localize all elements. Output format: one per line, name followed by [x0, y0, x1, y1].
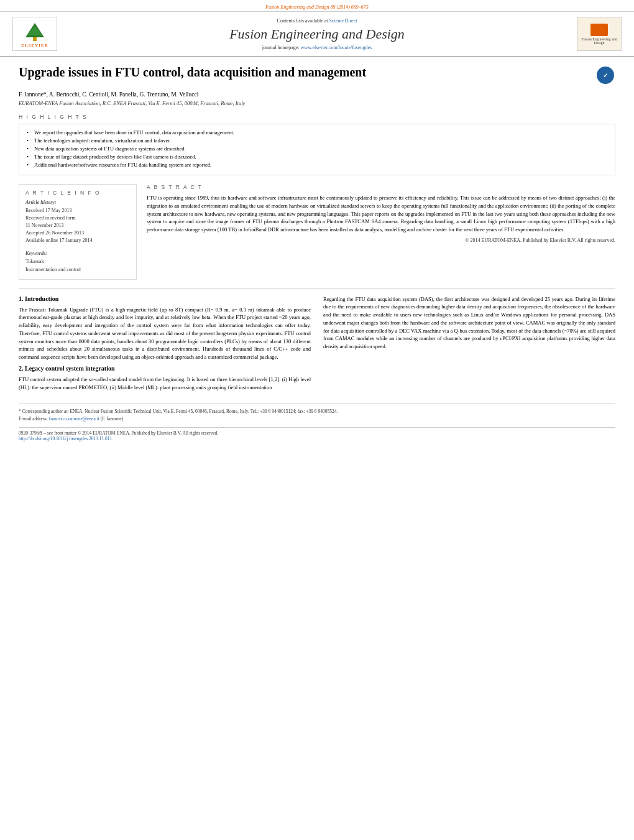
section-divider: [19, 288, 615, 289]
bottom-doi: http://dx.doi.org/10.1016/j.fusengdes.20…: [19, 436, 615, 441]
header-right-logo: Fusion Engineering and Design: [574, 17, 624, 51]
journal-title: Fusion Engineering and Design: [66, 26, 568, 42]
doi-link[interactable]: http://dx.doi.org/10.1016/j.fusengdes.20…: [19, 436, 112, 441]
footnote-text: * Corresponding author at: ENEA, Nuclear…: [19, 408, 615, 422]
body-right-col: Regarding the FTU data acquisition syste…: [323, 295, 615, 395]
received-date: Received 17 May 2013: [25, 207, 130, 215]
keywords-label: Keywords:: [25, 251, 130, 256]
footnote-star-note: * Corresponding author at: ENEA, Nuclear…: [19, 408, 338, 414]
highlights-label: H I G H L I G H T S: [19, 114, 615, 120]
highlight-item: We report the upgrades that have been do…: [27, 129, 607, 136]
article-abstract-row: A R T I C L E I N F O Article history: R…: [19, 184, 615, 280]
journal-logo-icon: [590, 24, 608, 36]
abstract-label: A B S T R A C T: [147, 184, 615, 190]
journal-logo-box: Fusion Engineering and Design: [577, 17, 622, 51]
elsevier-logo: ELSEVIER: [10, 17, 60, 51]
journal-logo-text: Fusion Engineering and Design: [579, 37, 620, 45]
top-header: Fusion Engineering and Design 89 (2014) …: [0, 0, 634, 12]
svg-marker-2: [27, 26, 43, 35]
paper-title: Upgrade issues in FTU control, data acqu…: [19, 65, 589, 80]
elsevier-text-label: ELSEVIER: [21, 43, 48, 48]
revised-date: Received in revised form11 November 2013: [25, 215, 130, 229]
body-left-col: 1. Introduction The Frascati Tokamak Upg…: [19, 295, 311, 395]
highlights-list: We report the upgrades that have been do…: [27, 129, 607, 168]
highlights-box: We report the upgrades that have been do…: [19, 124, 615, 175]
article-info-label: A R T I C L E I N F O: [25, 190, 130, 196]
footnote-email-suffix: (F. Iannone).: [101, 416, 124, 422]
keyword-2: Instrumentation and control: [25, 266, 130, 274]
section2-heading: 2. Legacy control system integration: [19, 365, 311, 372]
svg-rect-0: [33, 37, 37, 41]
article-history: Article history: Received 17 May 2013 Re…: [25, 200, 130, 244]
highlight-item: New data acquisition systems of FTU diag…: [27, 145, 607, 152]
affiliation: EURATOM-ENEA Fusion Association, R.C. EN…: [19, 100, 615, 106]
footnote-email[interactable]: francesco.iannone@enea.it: [49, 416, 99, 422]
highlight-item: Additional hardware/software resources f…: [27, 162, 607, 168]
crossmark-badge: ✓: [595, 65, 615, 85]
section1-heading: 1. Introduction: [19, 295, 311, 302]
copyright-line: © 2014 EURATOM-ENEA. Published by Elsevi…: [147, 238, 615, 243]
abstract-col: A B S T R A C T FTU is operating since 1…: [147, 184, 615, 280]
right-col-para: Regarding the FTU data acquisition syste…: [323, 295, 615, 351]
sciencedirect-link: Contents lists available at ScienceDirec…: [66, 18, 568, 24]
main-header: ELSEVIER Contents lists available at Sci…: [0, 12, 634, 57]
keywords-list: Tokamak Instrumentation and control: [25, 258, 130, 274]
bottom-bar: 0920-3796/$ – see front matter © 2014 EU…: [19, 427, 615, 441]
body-two-col: 1. Introduction The Frascati Tokamak Upg…: [19, 295, 615, 395]
elsevier-tree-icon: [19, 20, 50, 42]
keyword-1: Tokamak: [25, 258, 130, 266]
header-center: Contents lists available at ScienceDirec…: [60, 18, 574, 50]
available-date: Available online 17 January 2014: [25, 237, 130, 244]
section2-paragraph: FTU control system adopted the so-called…: [19, 376, 311, 392]
journal-ref-top: Fusion Engineering and Design 89 (2014) …: [265, 4, 369, 10]
section1-paragraph: The Frascati Tokamak Upgrade (FTU) is a …: [19, 306, 311, 361]
page-wrapper: Fusion Engineering and Design 89 (2014) …: [0, 0, 634, 450]
bottom-issn: 0920-3796/$ – see front matter © 2014 EU…: [19, 430, 615, 436]
highlight-item: The technologies adopted: emulation, vir…: [27, 137, 607, 144]
footnote-area: * Corresponding author at: ENEA, Nuclear…: [19, 404, 615, 422]
abstract-text: FTU is operating since 1989, thus its ha…: [147, 194, 615, 234]
paper-title-row: Upgrade issues in FTU control, data acqu…: [19, 65, 615, 85]
homepage-anchor[interactable]: www.elsevier.com/locate/fusengdes: [301, 45, 372, 50]
accepted-date: Accepted 26 November 2013: [25, 229, 130, 237]
crossmark-icon: ✓: [597, 67, 614, 84]
paper-content: Upgrade issues in FTU control, data acqu…: [0, 57, 634, 450]
history-label: Article history:: [25, 200, 130, 205]
elsevier-logo-box: ELSEVIER: [12, 17, 57, 51]
sciencedirect-anchor[interactable]: ScienceDirect: [329, 18, 357, 24]
article-info-col: A R T I C L E I N F O Article history: R…: [19, 184, 137, 280]
highlight-item: The issue of large dataset produced by d…: [27, 154, 607, 160]
authors: F. Iannone*, A. Bertocchi, C. Centioli, …: [19, 91, 615, 98]
homepage-link: journal homepage: www.elsevier.com/locat…: [66, 45, 568, 50]
footnote-email-label: E-mail address:: [19, 416, 49, 422]
